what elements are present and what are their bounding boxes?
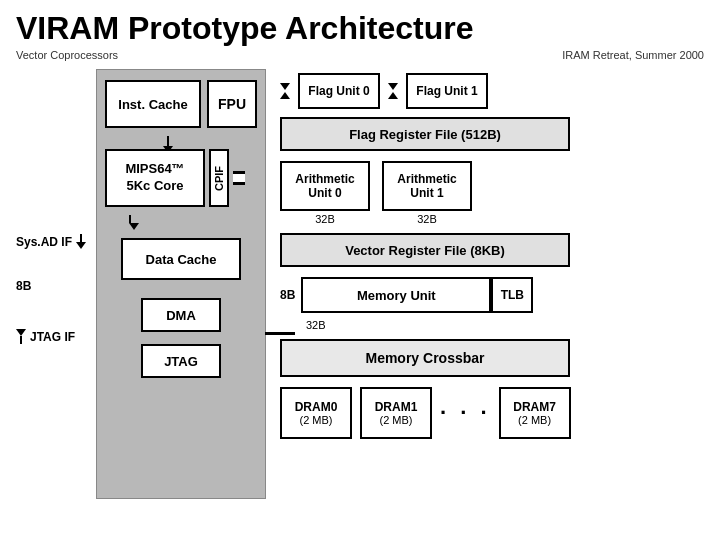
inst-cache-box: Inst. Cache (105, 80, 201, 128)
flag-unit-1-box: Flag Unit 1 (406, 73, 488, 109)
label-8b-left: 8B (16, 279, 31, 293)
flag-register-box: Flag Register File (512B) (280, 117, 570, 151)
jtag-box: JTAG (141, 344, 221, 378)
mem-32b-label: 32B (306, 319, 704, 331)
dram7-box: DRAM7 (2 MB) (499, 387, 571, 439)
page-title: VIRAM Prototype Architecture (16, 10, 704, 47)
arith-unit-1-box: Arithmetic Unit 1 (382, 161, 472, 211)
subtitle-bar: Vector Coprocessors IRAM Retreat, Summer… (16, 49, 704, 61)
jtag-if-label: JTAG IF (30, 330, 75, 344)
data-cache-box: Data Cache (121, 238, 241, 280)
dram-row: DRAM0 (2 MB) DRAM1 (2 MB) · · · DRAM7 (2… (280, 387, 704, 439)
dots: · · · (440, 400, 491, 426)
memory-crossbar-box: Memory Crossbar (280, 339, 570, 377)
memory-unit-box: Memory Unit (301, 277, 491, 313)
dma-box: DMA (141, 298, 221, 332)
mips-box: MIPS64™ 5Kc Core (105, 149, 205, 207)
arith-size-0: 32B (315, 213, 335, 225)
tlb-box: TLB (491, 277, 533, 313)
flag-unit-0-box: Flag Unit 0 (298, 73, 380, 109)
cpif-box: CPIF (209, 149, 229, 207)
arith-unit-0-box: Arithmetic Unit 0 (280, 161, 370, 211)
subtitle-left: Vector Coprocessors (16, 49, 118, 61)
dram1-box: DRAM1 (2 MB) (360, 387, 432, 439)
subtitle-right: IRAM Retreat, Summer 2000 (562, 49, 704, 61)
sysad-if-label: Sys.AD IF (16, 235, 72, 249)
arith-size-1: 32B (417, 213, 437, 225)
label-8b-right: 8B (280, 288, 295, 302)
fpu-box: FPU (207, 80, 257, 128)
dram0-box: DRAM0 (2 MB) (280, 387, 352, 439)
vector-register-box: Vector Register File (8KB) (280, 233, 570, 267)
page: VIRAM Prototype Architecture Vector Copr… (0, 0, 720, 540)
